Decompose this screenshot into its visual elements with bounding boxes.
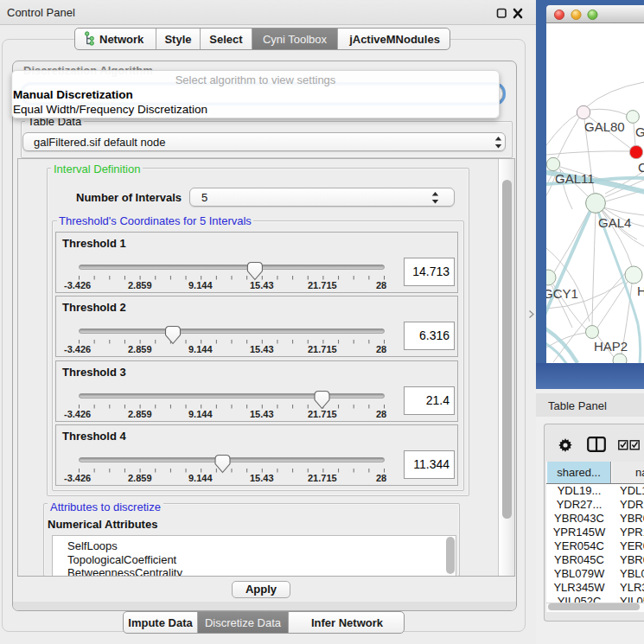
- svg-text:GAL80: GAL80: [584, 119, 625, 134]
- svg-text:H: H: [637, 284, 644, 298]
- svg-text:GA: GA: [635, 124, 644, 139]
- svg-text:GCY1: GCY1: [546, 286, 578, 301]
- svg-text:C: C: [638, 160, 644, 175]
- svg-text:GAL4: GAL4: [598, 215, 631, 230]
- svg-text:HAP2: HAP2: [594, 339, 628, 354]
- svg-text:GAL11: GAL11: [555, 171, 595, 186]
